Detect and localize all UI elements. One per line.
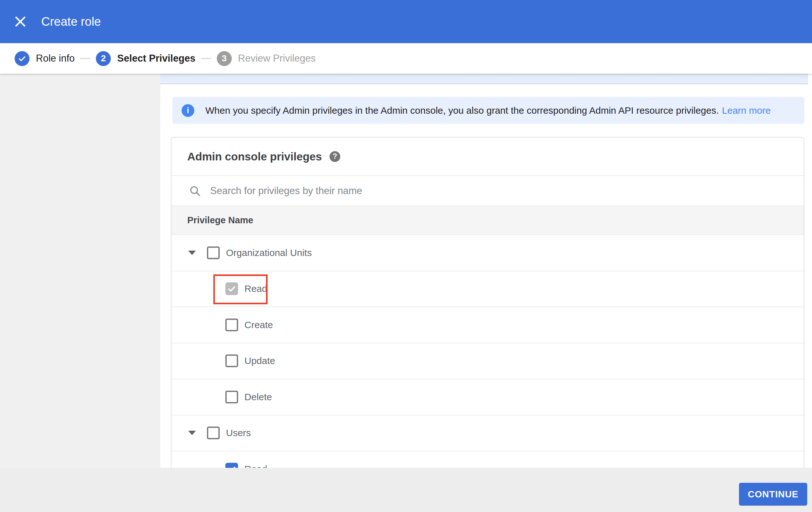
info-banner-text: When you specify Admin privileges in the…: [205, 105, 719, 116]
privilege-row: Delete: [171, 379, 804, 415]
step-number: 2: [96, 51, 111, 66]
step-connector: [80, 58, 90, 59]
privilege-table-body: Organizational UnitsReadCreateUpdateDele…: [171, 235, 804, 468]
footer-bar: [0, 468, 812, 512]
step-label: Role info: [36, 53, 75, 64]
close-icon: [13, 14, 28, 29]
check-icon: [227, 284, 236, 294]
dialog-title: Create role: [41, 15, 101, 29]
close-button[interactable]: [11, 12, 30, 31]
check-icon: [18, 54, 26, 63]
help-icon[interactable]: ?: [329, 151, 340, 162]
privilege-label: Users: [226, 428, 251, 438]
privilege-row: Read: [171, 271, 804, 307]
privilege-row: Read: [171, 451, 804, 468]
privilege-label: Update: [244, 355, 275, 366]
privilege-label: Organizational Units: [226, 247, 312, 258]
step-connector: [201, 58, 211, 59]
step-review-privileges[interactable]: 3 Review Privileges: [217, 51, 316, 66]
privilege-search-row: [171, 175, 804, 206]
card-header: Admin console privileges ?: [171, 137, 804, 175]
left-panel: [0, 74, 160, 512]
checkbox-unchecked[interactable]: [225, 354, 238, 367]
learn-more-link[interactable]: Learn more: [722, 105, 771, 116]
privilege-label: Read: [244, 464, 267, 468]
expand-arrow-icon[interactable]: [188, 431, 196, 435]
column-header-privilege-name: Privilege Name: [171, 206, 804, 235]
step-select-privileges[interactable]: 2 Select Privileges: [96, 51, 195, 66]
step-label: Review Privileges: [238, 53, 316, 64]
info-icon: i: [181, 104, 194, 117]
info-banner: i When you specify Admin privileges in t…: [172, 97, 804, 124]
card-title: Admin console privileges: [187, 150, 322, 163]
privilege-row: Update: [171, 343, 804, 380]
checkbox-unchecked[interactable]: [225, 319, 238, 331]
stepper: Role info 2 Select Privileges 3 Review P…: [0, 43, 812, 74]
checkbox-unchecked[interactable]: [207, 246, 220, 259]
step-role-info[interactable]: Role info: [14, 51, 75, 66]
checkbox-unchecked[interactable]: [225, 391, 238, 403]
privilege-label: Read: [244, 283, 267, 294]
step-label: Select Privileges: [117, 53, 195, 64]
app-bar: Create role: [0, 0, 812, 43]
search-icon: [188, 185, 201, 197]
checkbox-unchecked[interactable]: [207, 427, 220, 439]
step-number: 3: [217, 51, 232, 66]
privilege-row: Users: [171, 415, 804, 452]
expand-arrow-icon[interactable]: [188, 251, 196, 255]
scrolled-banner-remnant: [160, 74, 808, 84]
check-icon: [227, 464, 236, 468]
privilege-label: Delete: [244, 392, 272, 402]
privilege-row: Create: [171, 307, 804, 343]
checkbox-checked[interactable]: [225, 282, 238, 295]
continue-button[interactable]: CONTINUE: [739, 483, 807, 506]
privilege-row: Organizational Units: [171, 235, 804, 271]
checkbox-checked[interactable]: [225, 463, 238, 468]
admin-privileges-card: Admin console privileges ? Privilege Nam…: [171, 137, 804, 468]
step-completed-indicator: [14, 51, 30, 66]
search-input[interactable]: [209, 185, 655, 197]
privilege-label: Create: [244, 320, 273, 330]
